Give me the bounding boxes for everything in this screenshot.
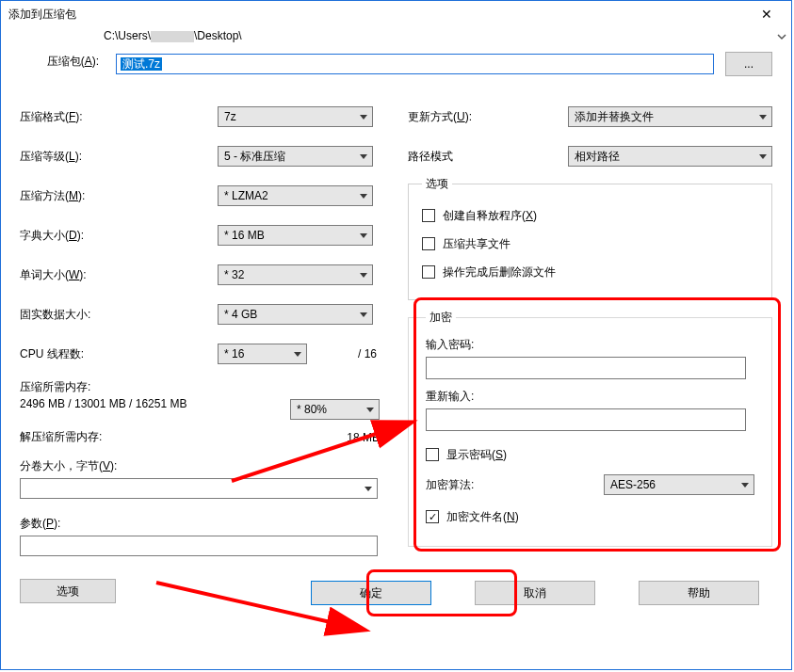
archive-filename-input[interactable]: 测试.7z bbox=[116, 54, 714, 74]
comp-mem-pct-select[interactable]: * 80% bbox=[290, 399, 380, 420]
format-select[interactable]: 7z bbox=[218, 106, 373, 127]
window-title: 添加到压缩包 bbox=[8, 7, 748, 23]
level-label: 压缩等级(L): bbox=[20, 149, 218, 165]
password2-input[interactable] bbox=[426, 408, 746, 431]
path-prefix: C:\Users\ bbox=[104, 29, 151, 42]
dropdown-icon[interactable] bbox=[776, 29, 787, 47]
threads-total: / 16 bbox=[358, 347, 377, 360]
options-fieldset: 选项 创建自释放程序(X) 压缩共享文件 操作完成后删除源文件 bbox=[408, 176, 772, 300]
shared-checkbox[interactable] bbox=[422, 237, 435, 250]
enc-method-select[interactable]: AES-256 bbox=[604, 474, 754, 495]
solid-select[interactable]: * 4 GB bbox=[218, 304, 373, 325]
params-input[interactable] bbox=[20, 536, 378, 556]
path-mode-label: 路径模式 bbox=[408, 149, 568, 165]
volume-label: 分卷大小，字节(V): bbox=[20, 458, 380, 474]
enc-method-label: 加密算法: bbox=[426, 477, 474, 493]
content-area: C:\Users\\Desktop\ 压缩包(A): 测试.7z ... bbox=[1, 27, 791, 622]
comp-mem-label: 压缩所需内存: bbox=[20, 379, 380, 395]
threads-label: CPU 线程数: bbox=[20, 346, 218, 362]
archive-label: 压缩包(A): bbox=[20, 37, 105, 70]
right-column: 更新方式(U): 添加并替换文件 路径模式 相对路径 选项 创建自释放程序(X) bbox=[408, 97, 772, 603]
update-select[interactable]: 添加并替换文件 bbox=[568, 106, 772, 127]
password-label: 输入密码: bbox=[426, 337, 754, 353]
password-input[interactable] bbox=[426, 357, 746, 379]
volume-input[interactable] bbox=[20, 478, 378, 499]
encrypt-names-checkbox[interactable] bbox=[426, 510, 439, 523]
path-suffix: \Desktop\ bbox=[194, 29, 242, 42]
left-column: 压缩格式(F): 7z 压缩等级(L): 5 - 标准压缩 压缩方法(M): *… bbox=[20, 97, 380, 603]
path-mode-select[interactable]: 相对路径 bbox=[568, 146, 772, 167]
show-password-label: 显示密码(S) bbox=[446, 447, 507, 463]
method-select[interactable]: * LZMA2 bbox=[218, 185, 373, 206]
options-legend: 选项 bbox=[422, 176, 452, 192]
format-label: 压缩格式(F): bbox=[20, 109, 218, 125]
comp-mem-value: 2496 MB / 13001 MB / 16251 MB bbox=[20, 397, 186, 410]
sfx-checkbox[interactable] bbox=[422, 209, 435, 222]
decomp-mem-label: 解压缩所需内存: bbox=[20, 429, 102, 445]
word-select[interactable]: * 32 bbox=[218, 264, 373, 285]
titlebar: 添加到压缩包 ✕ bbox=[1, 1, 791, 27]
word-label: 单词大小(W): bbox=[20, 267, 218, 283]
archive-filename-selected: 测试.7z bbox=[121, 57, 162, 71]
button-row: 确定 取消 帮助 bbox=[1, 581, 791, 605]
update-label: 更新方式(U): bbox=[408, 109, 568, 125]
dialog-window: 添加到压缩包 ✕ C:\Users\\Desktop\ 压缩包(A): 测试.7… bbox=[0, 0, 792, 670]
dict-label: 字典大小(D): bbox=[20, 228, 218, 244]
password2-label: 重新输入: bbox=[426, 389, 754, 405]
sfx-label: 创建自释放程序(X) bbox=[443, 208, 537, 224]
encrypt-names-label: 加密文件名(N) bbox=[446, 509, 519, 525]
encryption-legend: 加密 bbox=[426, 310, 456, 326]
close-button[interactable]: ✕ bbox=[748, 3, 786, 25]
shared-label: 压缩共享文件 bbox=[443, 236, 510, 252]
params-label: 参数(P): bbox=[20, 516, 380, 532]
help-button[interactable]: 帮助 bbox=[639, 581, 759, 605]
cancel-button[interactable]: 取消 bbox=[475, 581, 595, 605]
archive-path-display: C:\Users\\Desktop\ bbox=[104, 29, 242, 42]
delete-label: 操作完成后删除源文件 bbox=[443, 264, 556, 280]
dict-select[interactable]: * 16 MB bbox=[218, 225, 373, 246]
show-password-checkbox[interactable] bbox=[426, 448, 439, 461]
method-label: 压缩方法(M): bbox=[20, 188, 218, 204]
ok-button[interactable]: 确定 bbox=[311, 581, 431, 605]
solid-label: 固实数据大小: bbox=[20, 307, 218, 323]
level-select[interactable]: 5 - 标准压缩 bbox=[218, 146, 373, 167]
threads-select[interactable]: * 16 bbox=[218, 344, 307, 364]
browse-button[interactable]: ... bbox=[725, 52, 772, 76]
delete-checkbox[interactable] bbox=[422, 265, 435, 279]
encryption-fieldset: 加密 输入密码: 重新输入: 显示密码(S) 加密算法: AES-256 bbox=[408, 310, 772, 547]
decomp-mem-value: 18 MB bbox=[347, 431, 380, 444]
path-redacted bbox=[151, 31, 194, 42]
